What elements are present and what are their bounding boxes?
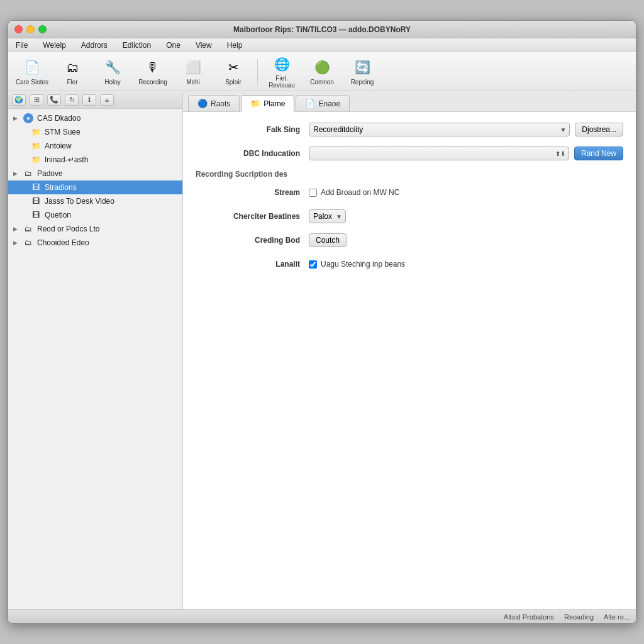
padove-arrow: ▶ [13,170,19,177]
falk-sing-label: Falk Sing [196,125,309,134]
falk-sing-select-wrapper: Recoreditdolity ▼ [309,123,570,136]
settings-panel: Falk Sing Recoreditdolity ▼ Djostrea... … [183,112,636,609]
rand-new-button[interactable]: Rand New [574,147,623,160]
stream-checkbox[interactable] [309,189,317,197]
titlebar: Malbortoor Rips: TiN/TILCO3 — addo.DOBYN… [8,21,636,38]
cherciter-beatines-control: Palox ▼ [309,209,623,223]
enaoe-tab-label: Enaoe [318,99,340,108]
menu-help[interactable]: Help [225,40,245,51]
dbc-inducation-select[interactable] [309,147,569,160]
menu-file[interactable]: File [13,40,30,51]
stream-control: Add Broaud on MW NC [309,188,623,197]
menu-one[interactable]: One [164,40,183,51]
sploir-icon: ✂ [223,57,243,77]
stradions-label: Stradions [45,183,77,192]
sidebar-btn-info[interactable]: ℹ [82,94,96,106]
lanalit-checkbox[interactable] [309,260,317,269]
plame-tab-icon: 📁 [250,99,260,108]
toolbar-sploir[interactable]: ✂ Sploir [214,55,252,89]
recording-section-title: Recording Sucription des [196,170,623,179]
sidebar-item-antoiew[interactable]: 📁 Antoiew [8,139,182,153]
statusbar-item-0: Altsid Probatons [504,613,554,621]
creding-bod-label: Creding Bod [196,236,309,245]
toolbar-fler[interactable]: 🗂 Fler [53,55,91,89]
holoy-label: Holoy [104,79,121,86]
minimize-button[interactable] [26,25,35,33]
stream-checkbox-text: Add Broaud on MW NC [321,188,399,197]
toolbar-fiet-revisuau[interactable]: 🌐 Fiet. Revisuau [263,55,301,89]
lanalit-row: Lanalit Uagu Steching inp beans [196,257,623,272]
ininad-asth-icon: 📁 [31,155,41,165]
repcing-label: Repcing [351,79,374,86]
raots-tab-label: Raots [211,99,230,108]
cherciter-select[interactable]: Palox [309,209,346,223]
cas-dkadoo-label: CAS Dkadoo [37,114,80,123]
sidebar-btn-globe[interactable]: 🌍 [12,94,26,106]
menu-addrors[interactable]: Addrors [79,40,110,51]
reod-icon: 🗂 [23,224,33,234]
menu-edliction[interactable]: Edliction [120,40,153,51]
creding-bod-control: Coutch [309,233,623,247]
statusbar: Altsid Probatons Reoading Alte ro... [8,609,636,623]
fler-icon: 🗂 [62,57,82,77]
falk-sing-select[interactable]: Recoreditdolity [309,123,570,136]
jasss-icon: 🎞 [31,196,41,206]
sidebar-btn-refresh[interactable]: ↻ [65,94,79,106]
stm-suee-icon: 📁 [31,127,41,137]
toolbar-mehi[interactable]: ⬜ Mehi [174,55,212,89]
toolbar-recording[interactable]: 🎙 Recording [134,55,172,89]
stm-suee-label: STM Suee [45,128,80,136]
plame-tab-label: Plame [264,99,285,108]
creding-bod-row: Creding Bod Coutch [196,233,623,248]
quetion-label: Quetion [45,211,71,219]
antoiew-icon: 📁 [31,141,41,151]
sidebar-item-stm-suee[interactable]: 📁 STM Suee [8,125,182,139]
sidebar-btn-phone[interactable]: 📞 [47,94,61,106]
padove-icon: 🗂 [23,169,33,179]
sploir-label: Sploir [225,79,242,86]
sidebar-toolbar: 🌍 ⊞ 📞 ↻ ℹ ≡ [8,91,182,109]
lanalit-checkbox-label: Uagu Steching inp beans [309,260,405,269]
tab-enaoe[interactable]: 📄 Enaoe [296,95,350,111]
tab-bar: 🔵 Raots 📁 Plame 📄 Enaoe [183,91,636,112]
main-panel: 🔵 Raots 📁 Plame 📄 Enaoe Falk Sing [183,91,636,609]
maximize-button[interactable] [38,25,47,33]
toolbar-repcing[interactable]: 🔄 Repcing [343,55,381,89]
repcing-icon: 🔄 [352,57,372,77]
statusbar-item-1: Reoading [564,613,594,621]
sidebar-item-ininad-asth[interactable]: 📁 Ininad-↵asth [8,153,182,167]
toolbar-care-siotes[interactable]: 📄 Care Siotes [13,55,51,89]
sidebar-item-reod-or-podcs-lto[interactable]: ▶ 🗂 Reod or Podcs Lto [8,222,182,236]
comnon-label: Comnon [310,79,334,86]
sidebar-item-chooided-edeo[interactable]: ▶ 🗂 Chooided Edeo [8,236,182,250]
menu-view[interactable]: View [193,40,214,51]
tab-raots[interactable]: 🔵 Raots [188,95,240,111]
sidebar-item-stradions[interactable]: 🎞 Stradions [8,180,182,194]
recording-icon: 🎙 [143,57,163,77]
menu-welelp[interactable]: Welelp [40,40,68,51]
statusbar-item-2: Alte ro... [604,613,630,621]
reod-arrow: ▶ [13,226,19,232]
toolbar-holoy[interactable]: 🔧 Holoy [94,55,131,89]
coutch-button[interactable]: Coutch [309,233,347,247]
sidebar-btn-list[interactable]: ≡ [100,94,114,106]
dbc-inducation-label: DBC Inducation [196,149,309,158]
mehi-label: Mehi [186,79,200,86]
sidebar-list: ▶ ● CAS Dkadoo 📁 STM Suee 📁 Antoiew [8,109,182,609]
sidebar-item-padove[interactable]: ▶ 🗂 Padove [8,167,182,180]
close-button[interactable] [14,25,23,33]
tab-plame[interactable]: 📁 Plame [241,95,294,112]
sidebar-item-cas-dkadoo[interactable]: ▶ ● CAS Dkadoo [8,111,182,125]
window-title: Malbortoor Rips: TiN/TILCO3 — addo.DOBYN… [233,25,411,34]
quetion-icon: 🎞 [31,210,41,220]
sidebar-item-quetion[interactable]: 🎞 Quetion [8,208,182,222]
holoy-icon: 🔧 [103,57,123,77]
cas-dkadoo-icon: ● [23,113,33,123]
djostrea-button[interactable]: Djostrea... [575,123,623,136]
toolbar-comnon[interactable]: 🟢 Comnon [303,55,341,89]
mehi-icon: ⬜ [183,57,203,77]
stradions-icon: 🎞 [31,182,41,192]
sidebar-item-jasss-to-desk-video[interactable]: 🎞 Jasss To Desk Video [8,194,182,208]
menubar: File Welelp Addrors Edliction One View H… [8,38,636,52]
sidebar-btn-grid[interactable]: ⊞ [30,94,43,106]
